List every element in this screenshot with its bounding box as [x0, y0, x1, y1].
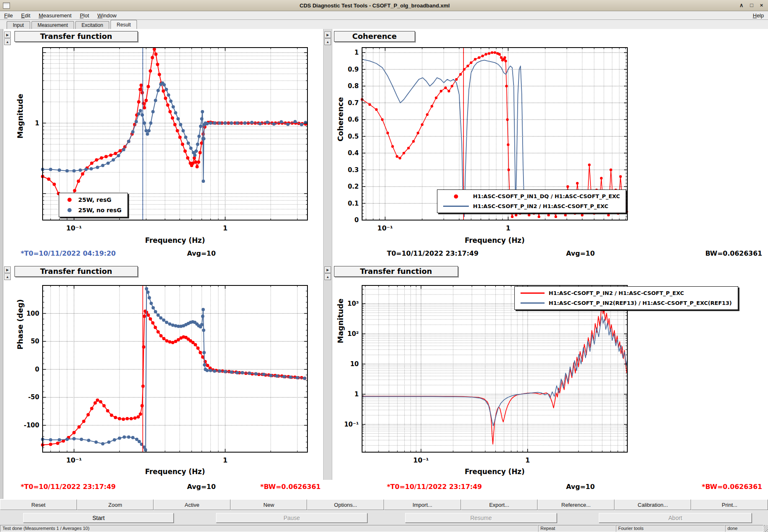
legend-dot-marker	[65, 208, 74, 212]
menu-help[interactable]: Help	[753, 12, 764, 19]
menu-plot[interactable]: Plot	[80, 12, 89, 19]
legend-item: 25W, resG	[65, 197, 122, 203]
svg-text:1: 1	[355, 391, 359, 398]
bw-label: *BW=0.0626361	[257, 483, 321, 491]
menu-edit[interactable]: Edit	[21, 12, 30, 19]
resume-button[interactable]: Resume	[405, 513, 557, 523]
legend-label: H1:ASC-CSOFT_P_IN2 / H1:ASC-CSOFT_P_EXC	[473, 203, 608, 209]
import-button[interactable]: Import...	[384, 499, 461, 510]
svg-text:10⁻¹: 10⁻¹	[377, 224, 393, 232]
svg-text:10²: 10²	[348, 330, 359, 338]
avg-label: Avg=10	[187, 249, 216, 257]
grid	[362, 285, 627, 452]
pane2-next-icon[interactable]: ▶	[324, 31, 331, 38]
tab-bar: Input Measurement Excitation Result	[0, 20, 768, 29]
series-red	[41, 48, 307, 218]
pane4-up-icon[interactable]: ▲	[324, 273, 331, 280]
active-button[interactable]: Active	[154, 499, 230, 510]
y-axis-label: Coherence	[336, 97, 345, 141]
resize-grip[interactable]	[763, 525, 768, 532]
status-message: Test done (Measurements 1 / Averages 10)	[0, 525, 538, 532]
print-button[interactable]: Print...	[691, 499, 768, 510]
pane2-up-icon[interactable]: ▲	[324, 38, 331, 45]
t0-timestamp: *T0=10/11/2022 04:19:20	[21, 249, 116, 257]
svg-text:1: 1	[223, 224, 228, 232]
menu-bar: File Edit Measurement Plot Window Help	[0, 11, 768, 20]
legend-item: H1:ASC-CSOFT_P_IN2 / H1:ASC-CSOFT_P_EXC	[521, 290, 732, 296]
menu-file[interactable]: File	[4, 12, 13, 19]
left-scroll-strip	[0, 29, 3, 499]
pause-button[interactable]: Pause	[216, 513, 367, 523]
status-repeat: Repeat	[538, 525, 616, 532]
tick-labels: 10⁻¹110⁻¹11010²10³	[344, 300, 530, 464]
pane1-up-icon[interactable]: ▲	[4, 38, 11, 45]
reset-button[interactable]: Reset	[0, 499, 77, 510]
legend: 25W, resG25W, no resG	[59, 193, 128, 217]
svg-text:1: 1	[526, 456, 530, 464]
plot-toolbar: Reset Zoom Active New Options... Import.…	[0, 499, 768, 510]
legend-line-marker	[521, 292, 545, 294]
legend-label: 25W, no resG	[78, 207, 122, 213]
bw-label: BW=0.0626361	[699, 249, 762, 257]
x-axis-label: Frequency (Hz)	[43, 236, 307, 244]
legend-label: 25W, resG	[78, 197, 111, 203]
legend-dot-marker	[65, 198, 74, 202]
svg-text:10³: 10³	[348, 300, 359, 307]
svg-text:100: 100	[26, 310, 39, 317]
tab-result[interactable]: Result	[110, 20, 137, 29]
legend-label: H1:ASC-CSOFT_P_IN2 / H1:ASC-CSOFT_P_EXC	[549, 290, 684, 296]
shade-window-icon[interactable]: ∧	[739, 2, 744, 8]
svg-text:0.9: 0.9	[348, 66, 359, 73]
svg-text:-100: -100	[24, 422, 39, 429]
svg-text:0: 0	[355, 216, 359, 224]
svg-text:0.2: 0.2	[348, 183, 359, 190]
svg-text:0.7: 0.7	[348, 99, 359, 107]
pane1-next-icon[interactable]: ▶	[4, 31, 11, 38]
legend-label: H1:ASC-CSOFT_P_IN2(REF13) / H1:ASC-CSOFT…	[549, 300, 732, 306]
app-icon[interactable]	[3, 2, 10, 9]
title-bar: CDS Diagnostic Test Tools - CSOFT_P_olg_…	[0, 0, 768, 11]
start-button[interactable]: Start	[23, 513, 174, 523]
avg-label: Avg=10	[187, 483, 216, 491]
reference-button[interactable]: Reference...	[538, 499, 614, 510]
tab-excitation[interactable]: Excitation	[75, 21, 109, 29]
plot-title: Transfer function	[14, 266, 138, 277]
legend-item: H1:ASC-CSOFT_P_IN1_DQ / H1:ASC-CSOFT_P_E…	[443, 193, 620, 199]
options-button[interactable]: Options...	[307, 499, 384, 510]
y-axis-label: Phase (deg)	[16, 299, 24, 350]
t0-timestamp: *T0=10/11/2022 23:17:49	[21, 483, 116, 491]
x-axis-label: Frequency (Hz)	[362, 467, 627, 476]
pane3-up-icon[interactable]: ▲	[4, 273, 11, 280]
svg-text:0.4: 0.4	[348, 149, 359, 157]
window-title: CDS Diagnostic Test Tools - CSOFT_P_olg_…	[10, 2, 739, 9]
legend-item: H1:ASC-CSOFT_P_IN2 / H1:ASC-CSOFT_P_EXC	[443, 203, 620, 209]
menu-window[interactable]: Window	[97, 12, 116, 19]
svg-text:1: 1	[35, 120, 39, 127]
calibration-button[interactable]: Calibration...	[614, 499, 691, 510]
zoom-button[interactable]: Zoom	[77, 499, 154, 510]
tab-measurement[interactable]: Measurement	[31, 21, 74, 29]
tab-input[interactable]: Input	[7, 21, 30, 29]
export-button[interactable]: Export...	[461, 499, 538, 510]
pane4-next-icon[interactable]: ▶	[324, 266, 331, 273]
run-control-row: Start Pause Resume Abort	[0, 510, 768, 525]
menu-measurement[interactable]: Measurement	[38, 12, 72, 19]
svg-text:10⁻¹: 10⁻¹	[413, 456, 429, 464]
svg-text:10⁻¹: 10⁻¹	[66, 224, 82, 232]
svg-text:1: 1	[355, 49, 359, 56]
series-blue	[41, 81, 307, 183]
y-axis-label: Magnitude	[16, 94, 24, 139]
new-button[interactable]: New	[230, 499, 307, 510]
grid	[43, 285, 307, 452]
svg-text:0.8: 0.8	[348, 82, 359, 90]
legend-line-marker	[443, 206, 469, 207]
pane3-next-icon[interactable]: ▶	[4, 266, 11, 273]
close-window-icon[interactable]: ×	[760, 2, 763, 8]
legend-item: H1:ASC-CSOFT_P_IN2(REF13) / H1:ASC-CSOFT…	[521, 300, 732, 306]
tick-labels: 10⁻¹1100500-50-100	[24, 310, 227, 464]
abort-button[interactable]: Abort	[599, 513, 752, 523]
svg-text:0.3: 0.3	[348, 166, 359, 174]
x-axis-label: Frequency (Hz)	[43, 467, 307, 476]
maximize-window-icon[interactable]: □	[750, 2, 754, 8]
transfer-function-reference-chart: 10⁻¹110⁻¹11010²10³	[333, 282, 632, 468]
